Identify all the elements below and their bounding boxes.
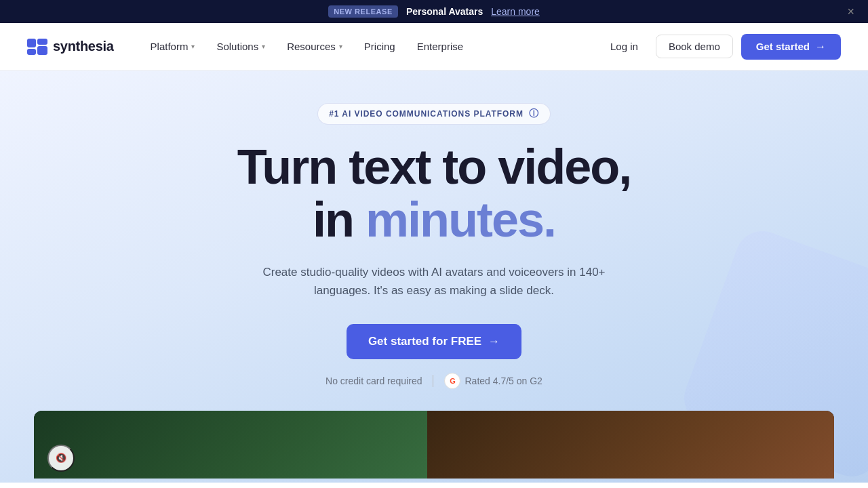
nav-label-pricing: Pricing bbox=[364, 41, 395, 52]
arrow-icon: → bbox=[815, 41, 826, 53]
nav-label-platform: Platform bbox=[151, 41, 189, 52]
g2-rating-text: Rated 4.7/5 on G2 bbox=[465, 375, 542, 386]
hero-meta: No credit card required G Rated 4.7/5 on… bbox=[326, 373, 542, 389]
cta-arrow-icon: → bbox=[488, 335, 500, 348]
hero-cta-button[interactable]: Get started for FREE → bbox=[347, 324, 521, 359]
logo-icon bbox=[27, 39, 47, 55]
g2-rating: G Rated 4.7/5 on G2 bbox=[444, 373, 542, 389]
hero-subtitle: Create studio-quality videos with AI ava… bbox=[244, 263, 624, 300]
video-preview: 🔇 bbox=[34, 411, 834, 479]
announcement-text: Personal Avatars bbox=[406, 6, 483, 17]
hero-title-line1: Turn text to video, bbox=[237, 140, 631, 194]
svg-rect-0 bbox=[27, 39, 36, 47]
hero-title-line2-prefix: in bbox=[313, 192, 366, 247]
g2-logo-icon: G bbox=[444, 373, 460, 389]
video-mute-button[interactable]: 🔇 bbox=[47, 445, 75, 472]
svg-rect-3 bbox=[37, 46, 47, 55]
get-started-button[interactable]: Get started → bbox=[741, 34, 841, 60]
get-started-label: Get started bbox=[756, 41, 810, 52]
hero-title: Turn text to video, in minutes. bbox=[237, 141, 631, 247]
nav-actions: Log in Book demo Get started → bbox=[601, 34, 841, 60]
book-demo-button[interactable]: Book demo bbox=[656, 35, 733, 58]
nav-links: Platform ▾ Solutions ▾ Resources ▾ Prici… bbox=[141, 35, 601, 58]
nav-item-solutions[interactable]: Solutions ▾ bbox=[207, 35, 275, 58]
nav-item-pricing[interactable]: Pricing bbox=[355, 35, 405, 58]
nav-label-resources: Resources bbox=[287, 41, 336, 52]
navbar: synthesia Platform ▾ Solutions ▾ Resourc… bbox=[0, 23, 868, 70]
login-button[interactable]: Log in bbox=[601, 35, 648, 58]
nav-item-enterprise[interactable]: Enterprise bbox=[408, 35, 473, 58]
announcement-bar: New Release Personal Avatars Learn more … bbox=[0, 0, 868, 23]
logo-text: synthesia bbox=[53, 39, 114, 54]
nav-label-enterprise: Enterprise bbox=[417, 41, 463, 52]
announcement-close-button[interactable]: × bbox=[847, 5, 854, 18]
chevron-down-icon: ▾ bbox=[191, 43, 195, 50]
no-credit-card-text: No credit card required bbox=[326, 375, 422, 386]
video-right-panel bbox=[427, 411, 834, 479]
nav-item-resources[interactable]: Resources ▾ bbox=[277, 35, 352, 58]
logo[interactable]: synthesia bbox=[27, 39, 114, 55]
announcement-badge: New Release bbox=[328, 5, 398, 18]
nav-label-solutions: Solutions bbox=[216, 41, 258, 52]
video-left-panel bbox=[34, 411, 427, 479]
svg-rect-2 bbox=[37, 39, 47, 45]
hero-badge: #1 AI VIDEO COMMUNICATIONS PLATFORM ⓘ bbox=[317, 103, 551, 125]
chevron-down-icon: ▾ bbox=[339, 43, 342, 50]
nav-item-platform[interactable]: Platform ▾ bbox=[141, 35, 205, 58]
info-icon[interactable]: ⓘ bbox=[529, 108, 539, 120]
hero-cta-label: Get started for FREE bbox=[368, 335, 481, 348]
hero-section: #1 AI VIDEO COMMUNICATIONS PLATFORM ⓘ Tu… bbox=[0, 70, 868, 483]
mute-icon: 🔇 bbox=[56, 453, 66, 463]
main-content: #1 AI VIDEO COMMUNICATIONS PLATFORM ⓘ Tu… bbox=[0, 70, 868, 483]
hero-title-accent: minutes. bbox=[366, 192, 555, 247]
hero-badge-text: #1 AI VIDEO COMMUNICATIONS PLATFORM bbox=[329, 109, 524, 119]
announcement-link[interactable]: Learn more bbox=[491, 6, 540, 17]
chevron-down-icon: ▾ bbox=[262, 43, 265, 50]
svg-rect-1 bbox=[27, 49, 36, 55]
meta-divider bbox=[433, 375, 433, 387]
